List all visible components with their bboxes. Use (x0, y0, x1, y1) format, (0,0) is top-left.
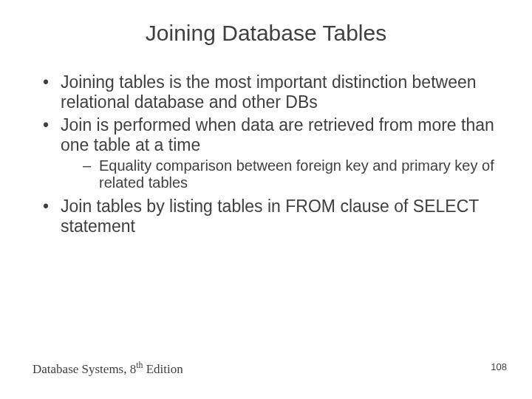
bullet-item: Joining tables is the most important dis… (40, 72, 502, 112)
sub-bullet-text: Equality comparison between foreign key … (99, 157, 494, 191)
bullet-text: Join tables by listing tables in FROM cl… (61, 197, 479, 236)
bullet-item: Join is performed when data are retrieve… (40, 115, 502, 191)
bullet-item: Join tables by listing tables in FROM cl… (40, 197, 502, 236)
slide: Joining Database Tables Joining tables i… (0, 0, 532, 399)
footer-book-prefix: Database Systems, 8 (33, 362, 136, 376)
sub-bullet-list: Equality comparison between foreign key … (61, 157, 502, 192)
bullet-text: Join is performed when data are retrieve… (61, 115, 494, 154)
bullet-text: Joining tables is the most important dis… (61, 72, 477, 112)
slide-body: Joining tables is the most important dis… (0, 72, 532, 236)
slide-title: Joining Database Tables (0, 0, 532, 72)
sub-bullet-item: Equality comparison between foreign key … (83, 157, 502, 192)
footer-book: Database Systems, 8th Edition (33, 360, 183, 377)
footer-page-number: 108 (491, 361, 507, 372)
footer-book-suffix: Edition (143, 362, 183, 376)
bullet-list: Joining tables is the most important dis… (40, 72, 502, 236)
